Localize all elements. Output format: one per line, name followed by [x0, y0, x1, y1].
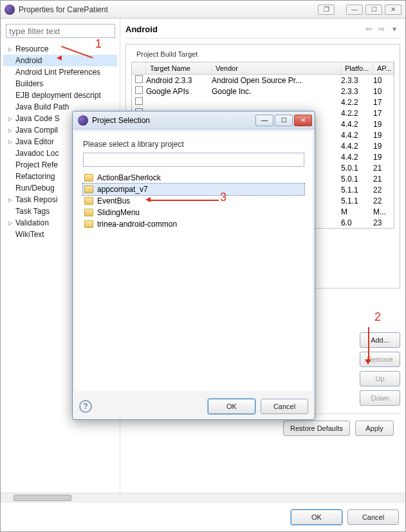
- cell-api: 22: [373, 196, 394, 205]
- expander-icon[interactable]: [7, 151, 13, 157]
- folder-icon: [84, 185, 93, 193]
- dialog-cancel-button[interactable]: Cancel: [261, 399, 308, 414]
- expander-icon[interactable]: ▷: [7, 116, 13, 122]
- project-list-label: ActionBarSherlock: [97, 173, 161, 182]
- expander-icon[interactable]: [7, 232, 13, 238]
- tree-item[interactable]: Android: [3, 55, 117, 66]
- cell-api: 10: [373, 76, 394, 85]
- project-list[interactable]: ActionBarSherlockappcompat_v7EventBusSli…: [83, 172, 304, 383]
- col-target-name: Target Name: [146, 62, 212, 74]
- cell-platform: 4.2.2: [341, 98, 373, 107]
- project-list-item[interactable]: appcompat_v7: [83, 184, 304, 195]
- window-title: Properties for CarePatient: [19, 5, 318, 14]
- dialog-minimize-icon[interactable]: —: [255, 115, 273, 126]
- page-heading: Android: [125, 24, 363, 34]
- menu-dropdown-icon[interactable]: ▾: [389, 24, 400, 34]
- cell-api: M...: [373, 207, 394, 216]
- cell-platform: 5.1.1: [341, 185, 373, 195]
- tree-item-label: Java Build Path: [15, 102, 69, 111]
- expander-icon[interactable]: ▷: [7, 46, 13, 52]
- checkbox[interactable]: [135, 86, 143, 94]
- cell-api: 22: [373, 185, 394, 195]
- cell-vendor: Google Inc.: [212, 87, 341, 96]
- tree-item[interactable]: EJB deployment descript: [3, 90, 117, 101]
- back-icon[interactable]: ⇦: [363, 24, 374, 34]
- minimize-icon[interactable]: —: [346, 5, 363, 15]
- checkbox[interactable]: [135, 75, 143, 83]
- horizontal-scrollbar[interactable]: [1, 493, 405, 503]
- project-list-label: appcompat_v7: [97, 185, 148, 194]
- close-icon[interactable]: ✕: [385, 5, 401, 15]
- expander-icon[interactable]: [7, 93, 13, 99]
- project-list-item[interactable]: ActionBarSherlock: [83, 172, 304, 184]
- cell-api: 19: [373, 142, 394, 151]
- cell-platform: 4.4.2: [341, 153, 373, 162]
- tree-item[interactable]: Android Lint Preferences: [3, 66, 117, 78]
- expander-icon[interactable]: [7, 174, 13, 180]
- eclipse-icon: [78, 115, 88, 126]
- tree-item[interactable]: Builders: [3, 78, 117, 90]
- dialog-prompt: Please select a library project: [83, 140, 304, 149]
- expander-icon[interactable]: [7, 81, 13, 87]
- expander-icon[interactable]: ▷: [7, 197, 13, 203]
- cell-api: 17: [373, 98, 394, 107]
- scrollbar-thumb[interactable]: [14, 495, 71, 501]
- cell-vendor: Android Open Source Pr...: [212, 76, 341, 85]
- cell-api: 19: [373, 120, 394, 129]
- cell-api: 21: [373, 175, 394, 184]
- cell-platform: 2.3.3: [341, 87, 373, 96]
- dialog-ok-button[interactable]: OK: [208, 399, 255, 414]
- project-selection-dialog: Project Selection — ☐ ✕ Please select a …: [72, 111, 315, 420]
- tree-item[interactable]: ▷Resource: [3, 43, 117, 55]
- cell-api: 19: [373, 131, 394, 140]
- filter-input[interactable]: [6, 24, 115, 38]
- project-list-item[interactable]: EventBus: [83, 195, 304, 207]
- project-list-label: SlidingMenu: [97, 208, 140, 217]
- checkbox[interactable]: [135, 97, 143, 105]
- forward-icon[interactable]: ⇨: [376, 24, 387, 34]
- expander-icon[interactable]: [7, 209, 13, 214]
- cell-platform: 5.1.1: [341, 196, 373, 205]
- cell-platform: 6.0: [341, 218, 373, 227]
- tree-item-label: Java Code S: [15, 114, 60, 123]
- cell-platform: 5.0.1: [341, 175, 373, 184]
- project-list-item[interactable]: trinea-android-common: [83, 218, 304, 230]
- add-button[interactable]: Add...: [360, 332, 400, 348]
- dialog-close-icon[interactable]: ✕: [294, 115, 312, 126]
- col-vendor: Vendor: [212, 62, 341, 74]
- target-row[interactable]: Google APIsGoogle Inc.2.3.310: [132, 86, 394, 97]
- expander-icon[interactable]: [7, 162, 13, 168]
- group-title: Project Build Target: [134, 50, 200, 58]
- cell-platform: M: [341, 207, 373, 216]
- remove-button[interactable]: Remove: [360, 352, 400, 367]
- expander-icon[interactable]: ▷: [7, 128, 13, 133]
- expander-icon[interactable]: [7, 104, 13, 110]
- tree-item-label: Resource: [15, 44, 48, 53]
- cell-platform: 4.4.2: [341, 142, 373, 151]
- dialog-filter-input[interactable]: [83, 153, 304, 167]
- target-row[interactable]: 4.2.217: [132, 97, 394, 108]
- ok-button[interactable]: OK: [291, 509, 342, 525]
- dialog-maximize-icon[interactable]: ☐: [275, 115, 293, 126]
- apply-button[interactable]: Apply: [355, 421, 394, 436]
- up-button[interactable]: Up: [360, 371, 400, 386]
- target-row[interactable]: Android 2.3.3Android Open Source Pr...2.…: [132, 75, 394, 86]
- cell-name: Android 2.3.3: [146, 76, 212, 85]
- expander-icon[interactable]: [7, 185, 13, 191]
- cell-platform: 4.2.2: [341, 109, 373, 118]
- expander-icon[interactable]: [7, 70, 13, 75]
- project-list-item[interactable]: SlidingMenu: [83, 207, 304, 218]
- eclipse-icon: [5, 5, 15, 15]
- expander-icon[interactable]: ▷: [7, 220, 13, 226]
- restore-defaults-button[interactable]: Restore Defaults: [283, 421, 350, 436]
- expander-icon[interactable]: ▷: [7, 139, 13, 145]
- project-list-label: EventBus: [97, 196, 130, 205]
- cell-platform: 2.3.3: [341, 76, 373, 85]
- help-icon[interactable]: ?: [79, 400, 92, 413]
- cancel-button[interactable]: Cancel: [347, 509, 399, 525]
- restore-icon[interactable]: ❐: [318, 5, 335, 15]
- folder-icon: [84, 209, 93, 216]
- down-button[interactable]: Down: [360, 390, 400, 406]
- expander-icon[interactable]: [7, 58, 13, 64]
- maximize-icon[interactable]: ☐: [365, 5, 382, 15]
